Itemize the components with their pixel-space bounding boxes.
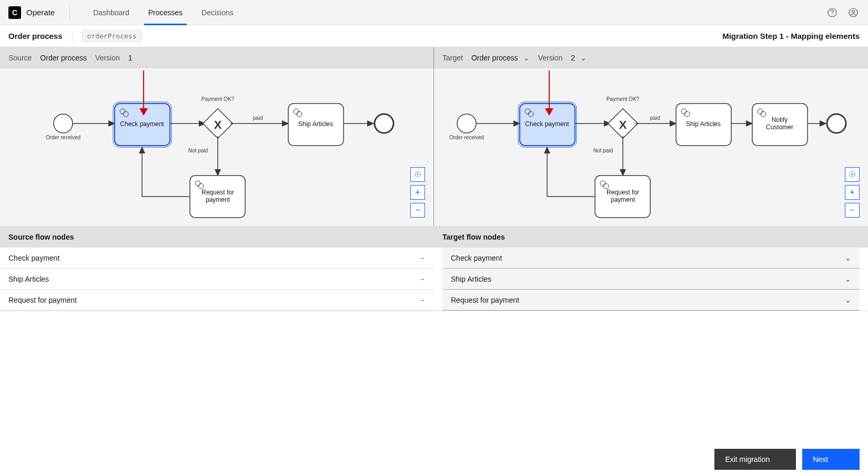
divider <box>72 30 73 43</box>
help-icon[interactable] <box>826 6 839 19</box>
svg-text:paid: paid <box>650 115 660 121</box>
row-label: Check payment <box>451 254 502 262</box>
svg-text:X: X <box>214 118 222 131</box>
next-button[interactable]: Next <box>802 449 860 470</box>
svg-text:Not paid: Not paid <box>188 148 208 153</box>
zoom-out-button[interactable]: − <box>410 203 425 218</box>
target-process-select[interactable]: Order process <box>471 54 518 62</box>
target-select[interactable]: Request for payment⌄ <box>442 290 860 311</box>
zoom-reset-button[interactable] <box>845 167 860 182</box>
target-nodes-head: Target flow nodes <box>434 227 868 248</box>
svg-text:paid: paid <box>253 115 263 121</box>
svg-text:Ship Articles: Ship Articles <box>686 120 721 128</box>
source-process: Order process <box>40 54 87 62</box>
annotation-arrow-icon <box>544 70 554 118</box>
row-label: Ship Articles <box>451 275 491 283</box>
target-flow-nodes: Target flow nodes Check payment⌄ Ship Ar… <box>434 227 868 311</box>
row-label: Ship Articles <box>8 275 49 283</box>
zoom-in-button[interactable]: + <box>410 185 425 200</box>
target-select[interactable]: Check payment⌄ <box>442 248 860 269</box>
nav-decisions[interactable]: Decisions <box>193 0 242 25</box>
source-version-label: Version <box>95 54 120 62</box>
svg-point-6 <box>54 114 73 133</box>
brand-name: Operate <box>26 8 55 17</box>
source-flow-nodes: Source flow nodes Check payment→ Ship Ar… <box>0 227 434 311</box>
svg-point-60 <box>827 114 846 133</box>
chevron-down-icon: ⌄ <box>845 254 851 262</box>
chevron-down-icon: ⌄ <box>523 54 530 62</box>
svg-marker-35 <box>545 108 553 116</box>
annotation-arrow-icon <box>138 70 149 118</box>
app-logo: C <box>8 6 21 19</box>
source-panel: Source Order process Version 1 Order rec… <box>0 47 434 226</box>
target-label: Target <box>442 54 463 62</box>
diagram-controls: + − <box>845 167 860 218</box>
row-label: Check payment <box>8 254 59 262</box>
svg-text:Check payment: Check payment <box>120 120 164 128</box>
svg-text:Request forpayment: Request forpayment <box>201 189 234 203</box>
svg-text:Not paid: Not paid <box>593 148 613 153</box>
svg-text:Order received: Order received <box>449 135 484 140</box>
source-head: Source Order process Version 1 <box>0 47 433 68</box>
table-row[interactable]: Ship Articles→ <box>0 269 434 290</box>
migration-step: Migration Step 1 - Mapping elements <box>722 32 860 40</box>
mapping-section: Source flow nodes Check payment→ Ship Ar… <box>0 227 868 311</box>
source-nodes-head: Source flow nodes <box>0 227 434 248</box>
user-icon[interactable] <box>847 6 860 19</box>
diagram-controls: + − <box>410 167 425 218</box>
divider <box>69 6 70 19</box>
target-canvas[interactable]: Order received Check payment X Payment O… <box>434 68 868 226</box>
source-bpmn-diagram: Order received Check payment X Payment O… <box>0 68 433 226</box>
svg-marker-5 <box>139 108 148 116</box>
target-version-label: Version <box>538 54 563 62</box>
row-label: Request for payment <box>451 296 519 304</box>
topbar: C Operate Dashboard Processes Decisions <box>0 0 868 25</box>
arrow-right-icon: → <box>418 254 426 262</box>
source-label: Source <box>8 54 32 62</box>
process-id-chip: orderProcess <box>82 30 142 42</box>
arrow-right-icon: → <box>418 296 426 304</box>
footer: Exit migration Next <box>0 446 868 473</box>
nav-processes[interactable]: Processes <box>140 0 191 25</box>
svg-point-3 <box>852 10 855 13</box>
svg-text:X: X <box>619 118 627 131</box>
exit-migration-button[interactable]: Exit migration <box>714 449 796 470</box>
zoom-reset-button[interactable] <box>410 167 425 182</box>
svg-text:Order received: Order received <box>46 135 80 140</box>
zoom-in-button[interactable]: + <box>845 185 860 200</box>
target-select[interactable]: Ship Articles⌄ <box>442 269 860 290</box>
process-title: Order process <box>8 32 63 40</box>
target-version-select[interactable]: 2 <box>571 54 575 62</box>
svg-point-36 <box>457 114 476 133</box>
target-panel: Target Order process ⌄ Version 2 ⌄ Order… <box>434 47 868 226</box>
target-bpmn-diagram: Order received Check payment X Payment O… <box>434 68 868 226</box>
main-nav: Dashboard Processes Decisions <box>85 0 242 25</box>
target-head: Target Order process ⌄ Version 2 ⌄ <box>434 47 868 68</box>
zoom-out-button[interactable]: − <box>845 203 860 218</box>
table-row[interactable]: Check payment→ <box>0 248 434 269</box>
chevron-down-icon: ⌄ <box>845 296 851 304</box>
svg-point-33 <box>417 174 419 176</box>
sub-header: Order process orderProcess Migration Ste… <box>0 25 868 47</box>
svg-text:Payment OK?: Payment OK? <box>607 96 640 102</box>
svg-text:Ship Articles: Ship Articles <box>298 120 333 128</box>
svg-text:Payment OK?: Payment OK? <box>201 96 235 102</box>
nav-dashboard[interactable]: Dashboard <box>85 0 138 25</box>
arrow-right-icon: → <box>418 275 426 283</box>
source-version: 1 <box>128 54 133 62</box>
diagram-panels: Source Order process Version 1 Order rec… <box>0 47 868 227</box>
table-row[interactable]: Request for payment→ <box>0 290 434 311</box>
svg-point-68 <box>852 174 853 176</box>
chevron-down-icon: ⌄ <box>845 275 851 283</box>
svg-text:Request forpayment: Request forpayment <box>607 189 639 203</box>
svg-text:Check payment: Check payment <box>525 120 569 128</box>
chevron-down-icon: ⌄ <box>580 54 587 62</box>
source-canvas[interactable]: Order received Check payment X Payment O… <box>0 68 433 226</box>
row-label: Request for payment <box>8 296 77 304</box>
svg-point-1 <box>832 14 832 15</box>
svg-point-25 <box>375 114 393 133</box>
